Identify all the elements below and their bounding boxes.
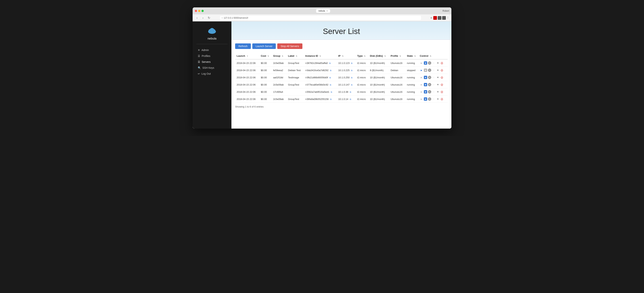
refresh-button[interactable]: Refresh bbox=[235, 43, 251, 49]
browser-toolbar: ‹ › ↻ ℹ 127.0.0.1:5000/servers/# ★ ⋮ bbox=[192, 14, 452, 21]
col-label[interactable]: Label ⇅ bbox=[286, 53, 304, 59]
restart-icon[interactable]: ↻ bbox=[428, 76, 431, 79]
stop-icon[interactable]: ■ bbox=[424, 90, 427, 93]
sidebar-label-logout: Log Out bbox=[202, 72, 211, 75]
close-button[interactable] bbox=[195, 10, 197, 12]
copy-ip-icon[interactable]: ⧉ bbox=[351, 84, 352, 86]
minimize-button[interactable] bbox=[198, 10, 200, 12]
sidebar-item-logout[interactable]: ↩ Log Out bbox=[196, 71, 228, 77]
cell-ip: 10.1.0.250 ⧉ bbox=[337, 74, 356, 81]
col-state[interactable]: State ⇅ bbox=[405, 53, 418, 59]
copy-instance-icon[interactable]: ⧉ bbox=[330, 69, 332, 72]
col-cost[interactable]: Cost ⇅ bbox=[259, 53, 272, 59]
stop-all-servers-button[interactable]: Stop All Servers bbox=[277, 43, 302, 49]
copy-instance-icon[interactable]: ⧉ bbox=[330, 76, 331, 79]
restart-icon[interactable]: ↻ bbox=[428, 97, 431, 101]
stop-icon[interactable]: ■ bbox=[424, 68, 427, 72]
power-icon[interactable]: ⏻ bbox=[440, 83, 444, 86]
col-control[interactable]: Control ⇅ bbox=[418, 53, 448, 59]
stop-icon[interactable]: ■ bbox=[424, 83, 427, 86]
url-display: 127.0.0.1:5000/servers/# bbox=[224, 17, 248, 19]
sidebar-item-servers[interactable]: ☰ Servers bbox=[196, 59, 228, 65]
power-icon[interactable]: ⏻ bbox=[440, 97, 444, 101]
stop-icon[interactable]: ■ bbox=[424, 76, 427, 79]
col-profile[interactable]: Profile ⇅ bbox=[389, 53, 405, 59]
content-area: Refresh Launch Server Stop All Servers L… bbox=[232, 40, 452, 129]
col-disk[interactable]: Disk (GiBs) ⇅ bbox=[368, 53, 389, 59]
play-icon[interactable]: ▶ bbox=[420, 68, 423, 72]
delete-icon[interactable]: ✕ bbox=[436, 61, 440, 65]
play-icon[interactable]: ▶ bbox=[420, 83, 423, 86]
col-launch[interactable]: Launch ▼ bbox=[235, 53, 259, 59]
sidebar-item-ssh-keys[interactable]: 🔍 SSH Keys bbox=[196, 65, 228, 71]
tab[interactable]: nebula ✕ bbox=[316, 9, 330, 13]
cell-group: 2c5e09ab bbox=[272, 81, 287, 88]
sort-state-icon: ⇅ bbox=[414, 55, 416, 57]
power-icon[interactable]: ⏻ bbox=[440, 90, 444, 93]
copy-ip-icon[interactable]: ⧉ bbox=[350, 98, 351, 100]
copy-ip-icon[interactable]: ⧉ bbox=[351, 69, 352, 72]
restart-icon[interactable]: ↻ bbox=[428, 68, 431, 72]
cell-cost: $0.00 bbox=[259, 88, 272, 95]
restart-icon[interactable]: ↻ bbox=[428, 83, 431, 86]
tab-close-icon[interactable]: ✕ bbox=[326, 10, 328, 12]
forward-button[interactable]: › bbox=[201, 16, 205, 20]
profiles-icon: ☰ bbox=[198, 54, 200, 57]
launch-server-button[interactable]: Launch Server bbox=[252, 43, 276, 49]
copy-instance-icon[interactable]: ⧉ bbox=[330, 98, 332, 100]
cell-cost: $0.00 bbox=[259, 67, 272, 74]
circle-icon[interactable]: ○ bbox=[432, 90, 435, 93]
circle-icon[interactable]: ○ bbox=[432, 83, 435, 86]
table-row: 2018-04-15 22:06 $0.00 2c5e09ab GroupTes… bbox=[235, 95, 448, 103]
maximize-button[interactable] bbox=[202, 10, 204, 12]
col-type[interactable]: Type ⇅ bbox=[356, 53, 368, 59]
cell-ip: 10.1.0.225 ⧉ bbox=[337, 67, 356, 74]
col-ip[interactable]: IP ⇅ bbox=[337, 53, 356, 59]
copy-ip-icon[interactable]: ⧉ bbox=[351, 62, 352, 64]
play-icon[interactable]: ▶ bbox=[420, 97, 423, 101]
stop-icon[interactable]: ■ bbox=[424, 61, 427, 65]
play-icon[interactable]: ▶ bbox=[420, 76, 423, 79]
delete-icon[interactable]: ✕ bbox=[436, 76, 440, 79]
delete-icon[interactable]: ✕ bbox=[436, 90, 440, 93]
back-button[interactable]: ‹ bbox=[195, 16, 199, 20]
delete-icon[interactable]: ✕ bbox=[436, 83, 440, 86]
servers-icon: ☰ bbox=[198, 60, 200, 63]
cell-type: t2.micro bbox=[356, 95, 368, 103]
circle-icon[interactable]: ○ bbox=[432, 97, 435, 101]
col-instance-id[interactable]: Instance ID ⇅ bbox=[304, 53, 336, 59]
copy-ip-icon[interactable]: ⧉ bbox=[351, 76, 352, 79]
play-icon[interactable]: ▶ bbox=[420, 90, 423, 93]
sidebar-app-name: nebula bbox=[208, 37, 216, 40]
table-row: 2018-04-15 22:06 $0.00 17c90fa4 i-0562a7… bbox=[235, 88, 448, 95]
reload-button[interactable]: ↻ bbox=[207, 16, 211, 20]
sidebar-item-admin[interactable]: ✳ Admin bbox=[196, 47, 228, 53]
power-icon[interactable]: ⏻ bbox=[440, 61, 444, 65]
restart-icon[interactable]: ↻ bbox=[428, 90, 431, 93]
play-icon[interactable]: ▶ bbox=[420, 61, 423, 65]
cell-profile: Ubunutu16 bbox=[389, 81, 405, 88]
copy-ip-icon[interactable]: ⧉ bbox=[350, 91, 351, 93]
power-icon[interactable]: ⏻ bbox=[440, 68, 444, 72]
cell-disk: 10 ($1/month) bbox=[368, 59, 389, 67]
sidebar-item-profiles[interactable]: ☰ Profiles bbox=[196, 53, 228, 59]
address-bar[interactable]: ℹ 127.0.0.1:5000/servers/# bbox=[220, 16, 421, 20]
delete-icon[interactable]: ✕ bbox=[436, 97, 440, 101]
power-icon[interactable]: ⏻ bbox=[440, 76, 444, 79]
delete-icon[interactable]: ✕ bbox=[436, 68, 440, 72]
copy-instance-icon[interactable]: ⧉ bbox=[329, 62, 331, 64]
cell-instance-id: i-08782c284a65affa0 ⧉ bbox=[304, 59, 336, 67]
circle-icon[interactable]: ○ bbox=[432, 68, 435, 72]
stop-icon[interactable]: ■ bbox=[424, 97, 427, 101]
copy-instance-icon[interactable]: ⧉ bbox=[330, 84, 331, 86]
main-content: Server List Refresh Launch Server Stop A… bbox=[232, 21, 452, 129]
circle-icon[interactable]: ○ bbox=[432, 76, 435, 79]
col-group[interactable]: Group ⇅ bbox=[272, 53, 287, 59]
cell-group: fe59eea2 bbox=[272, 67, 287, 74]
circle-icon[interactable]: ○ bbox=[432, 61, 435, 65]
copy-instance-icon[interactable]: ⧉ bbox=[331, 91, 332, 93]
cell-disk: 10 ($1/month) bbox=[368, 74, 389, 81]
sidebar: nebula ✳ Admin ☰ Profiles ☰ Servers 🔍 SS… bbox=[192, 21, 232, 129]
restart-icon[interactable]: ↻ bbox=[428, 61, 431, 65]
cell-label: GroupTest bbox=[286, 95, 304, 103]
